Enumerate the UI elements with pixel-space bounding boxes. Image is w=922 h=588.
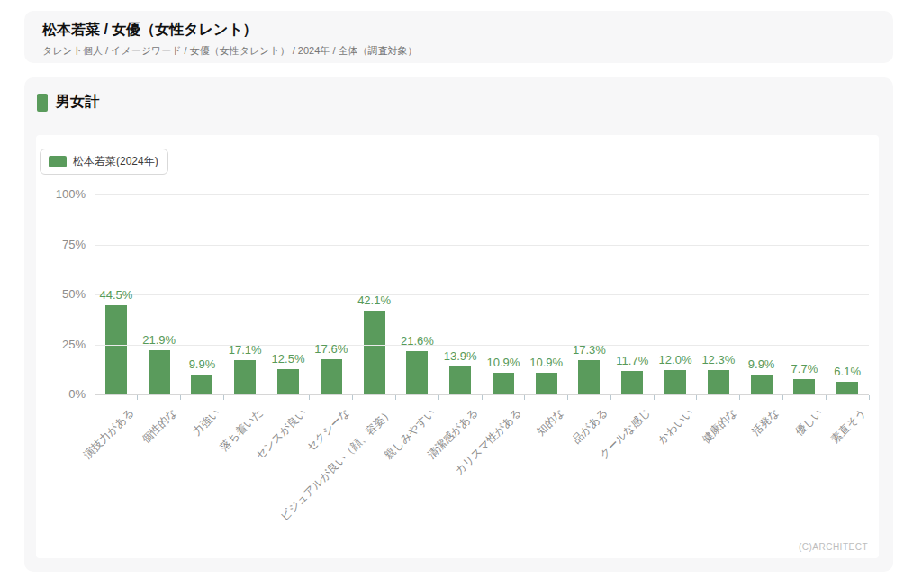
legend-label: 松本若菜(2024年) — [73, 154, 158, 169]
chart-section-card: 男女計 松本若菜(2024年) 0%25%50%75%100% 44.5%演技力… — [24, 77, 893, 572]
section-marker-icon — [37, 94, 48, 112]
x-axis-tick — [696, 395, 697, 400]
bar-value-label: 7.7% — [791, 362, 818, 375]
legend-swatch-icon — [49, 156, 67, 167]
bar-value-label: 11.7% — [616, 354, 648, 367]
y-axis-label: 100% — [56, 187, 86, 202]
bar-value-label: 17.1% — [229, 343, 262, 357]
bar[interactable] — [406, 351, 428, 394]
bar[interactable] — [149, 350, 170, 394]
gridline — [95, 194, 869, 195]
bar[interactable] — [621, 371, 643, 394]
gridline — [95, 294, 869, 295]
bar[interactable] — [364, 311, 385, 394]
x-axis-tick — [782, 395, 783, 400]
chart-panel: 松本若菜(2024年) 0%25%50%75%100% 44.5%演技力がある2… — [36, 135, 879, 558]
x-axis-tick — [654, 395, 655, 400]
breadcrumb: タレント個人 / イメージワード / 女優（女性タレント） / 2024年 / … — [42, 44, 875, 58]
bar[interactable] — [751, 375, 773, 394]
gridline — [95, 245, 869, 246]
bar[interactable] — [321, 359, 342, 394]
bar[interactable] — [664, 370, 686, 394]
bar-value-label: 13.9% — [444, 349, 477, 363]
x-axis-tick — [524, 395, 525, 400]
category-label: 健康的な — [699, 405, 740, 447]
bar[interactable] — [836, 382, 858, 394]
x-axis-tick — [395, 395, 396, 400]
category-label: 知的な — [534, 405, 568, 439]
bar-column: 44.5%演技力がある — [95, 194, 138, 394]
bar[interactable] — [234, 360, 256, 394]
x-axis-ticks — [95, 395, 869, 400]
bar-value-label: 12.3% — [701, 353, 735, 366]
bar-value-label: 17.6% — [314, 342, 348, 356]
bar-value-label: 17.3% — [573, 343, 606, 357]
bar[interactable] — [493, 373, 514, 394]
bar[interactable] — [191, 375, 212, 394]
bar-value-label: 12.0% — [659, 353, 692, 366]
bar-value-label: 12.5% — [272, 352, 305, 366]
x-axis-tick — [438, 395, 439, 400]
bar[interactable] — [708, 370, 729, 394]
y-axis-label: 25% — [62, 338, 86, 352]
section-title: 男女計 — [56, 93, 99, 112]
y-axis: 0%25%50%75%100% — [36, 194, 86, 394]
category-label: 力強い — [190, 405, 224, 439]
y-axis-label: 50% — [62, 287, 86, 302]
bar[interactable] — [105, 305, 127, 394]
bar-value-label: 10.9% — [529, 356, 563, 369]
bar-value-label: 21.6% — [401, 334, 434, 348]
x-axis-tick — [309, 395, 310, 400]
x-axis-tick — [739, 395, 740, 400]
gridline — [95, 345, 869, 346]
x-axis-tick — [267, 395, 267, 400]
bar[interactable] — [449, 366, 471, 394]
x-axis-tick — [482, 395, 483, 400]
category-label: 優しい — [792, 405, 827, 439]
category-label: 活発な — [749, 405, 783, 439]
bar[interactable] — [793, 379, 815, 394]
x-axis-tick — [180, 395, 181, 400]
bar-value-label: 42.1% — [357, 294, 391, 307]
x-axis-tick — [869, 395, 870, 400]
legend-item[interactable]: 松本若菜(2024年) — [40, 149, 168, 175]
category-label: 素直そう — [827, 405, 869, 447]
y-axis-label: 0% — [68, 387, 86, 402]
bar[interactable] — [578, 360, 600, 394]
category-label: 演技力がある — [80, 405, 138, 463]
section-header: 男女計 — [37, 93, 99, 112]
x-axis-tick — [826, 395, 827, 400]
x-axis-tick — [95, 395, 95, 400]
x-axis-tick — [223, 395, 224, 400]
watermark: (C)ARCHITECT — [799, 542, 868, 552]
x-axis-tick — [610, 395, 611, 400]
bar-value-label: 44.5% — [99, 288, 132, 302]
y-axis-label: 75% — [62, 238, 86, 252]
plot-area: 44.5%演技力がある21.9%個性的な9.9%力強い17.1%落ち着いた12.… — [95, 194, 869, 394]
bar[interactable] — [536, 373, 557, 394]
x-axis-tick — [137, 395, 138, 400]
category-label: かわいい — [655, 405, 697, 448]
bar-value-label: 21.9% — [142, 333, 176, 347]
bar-value-label: 9.9% — [189, 357, 216, 371]
category-label: 品がある — [569, 405, 611, 448]
x-axis-tick — [352, 395, 353, 400]
bar-value-label: 9.9% — [748, 357, 775, 371]
category-label: 個性的な — [140, 405, 181, 447]
header-card: 松本若菜 / 女優（女性タレント） タレント個人 / イメージワード / 女優（… — [24, 11, 893, 63]
bar-value-label: 6.1% — [834, 365, 861, 378]
bar-value-label: 10.9% — [486, 356, 520, 369]
page-title: 松本若菜 / 女優（女性タレント） — [42, 21, 875, 39]
bar[interactable] — [277, 369, 299, 394]
x-axis-tick — [567, 395, 568, 400]
bar-column: 42.1%ビジュアルが良い（顔、容姿） — [353, 194, 396, 394]
